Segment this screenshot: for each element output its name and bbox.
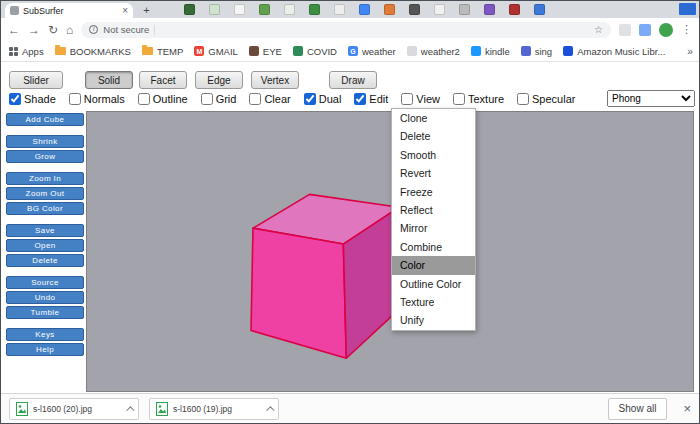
- mini-tab[interactable]: [509, 4, 520, 15]
- checkbox-specular[interactable]: Specular: [517, 93, 575, 105]
- mini-tab[interactable]: [234, 4, 245, 15]
- shade-checkbox[interactable]: [9, 93, 21, 105]
- texture-checkbox[interactable]: [453, 93, 465, 105]
- shrink-button[interactable]: Shrink: [6, 135, 84, 148]
- save-button[interactable]: Save: [6, 224, 84, 237]
- open-button[interactable]: Open: [6, 239, 84, 252]
- keys-button[interactable]: Keys: [6, 328, 84, 341]
- forward-icon[interactable]: →: [28, 24, 40, 36]
- menu-item-combine[interactable]: Combine: [392, 238, 475, 256]
- downloads-close-icon[interactable]: ×: [683, 401, 691, 416]
- browser-menu-icon[interactable]: ⋮: [681, 23, 692, 36]
- zoom-in-button[interactable]: Zoom In: [6, 172, 84, 185]
- delete-button[interactable]: Delete: [6, 254, 84, 267]
- checkbox-shade[interactable]: Shade: [9, 93, 56, 105]
- menu-item-reflect[interactable]: Reflect: [392, 201, 475, 219]
- help-button[interactable]: Help: [6, 343, 84, 356]
- solid-button[interactable]: Solid: [85, 71, 133, 89]
- checkbox-view[interactable]: View: [401, 93, 440, 105]
- bookmark-item[interactable]: kindle: [471, 46, 510, 57]
- zoom-out-button[interactable]: Zoom Out: [6, 187, 84, 200]
- grid-checkbox[interactable]: [201, 93, 213, 105]
- undo-button[interactable]: Undo: [6, 291, 84, 304]
- clear-checkbox[interactable]: [249, 93, 261, 105]
- outline-checkbox[interactable]: [138, 93, 150, 105]
- menu-item-mirror[interactable]: Mirror: [392, 219, 475, 237]
- download-item[interactable]: s-l1600 (19).jpg: [149, 398, 279, 420]
- download-caret-icon[interactable]: [266, 406, 274, 414]
- home-icon[interactable]: ⌂: [66, 24, 73, 36]
- menu-item-clone[interactable]: Clone: [392, 109, 475, 127]
- mini-tab[interactable]: [359, 4, 370, 15]
- checkbox-grid[interactable]: Grid: [201, 93, 237, 105]
- edit-checkbox[interactable]: [354, 93, 366, 105]
- tumble-button[interactable]: Tumble: [6, 306, 84, 319]
- bookmark-folder[interactable]: TEMP: [142, 46, 183, 57]
- normals-checkbox[interactable]: [69, 93, 81, 105]
- extension-icon[interactable]: [619, 24, 631, 36]
- slider-button[interactable]: Slider: [9, 71, 63, 89]
- pink-cube[interactable]: [251, 194, 400, 358]
- download-item[interactable]: s-l1600 (20).jpg: [9, 398, 139, 420]
- vertex-button[interactable]: Vertex: [251, 71, 299, 89]
- bookmark-item[interactable]: sing: [521, 46, 552, 57]
- bookmark-item[interactable]: EYE: [249, 46, 282, 57]
- mini-tab[interactable]: [459, 4, 470, 15]
- mini-tab[interactable]: [334, 4, 345, 15]
- tab-subsurfer[interactable]: SubSurfer ×: [5, 3, 133, 18]
- mini-tab[interactable]: [384, 4, 395, 15]
- facet-button[interactable]: Facet: [139, 71, 187, 89]
- edge-button[interactable]: Edge: [195, 71, 243, 89]
- bookmark-item[interactable]: G weather: [348, 46, 396, 57]
- add-cube-button[interactable]: Add Cube: [6, 113, 84, 126]
- reload-icon[interactable]: ↻: [48, 24, 58, 36]
- grow-button[interactable]: Grow: [6, 150, 84, 163]
- download-caret-icon[interactable]: [126, 406, 134, 414]
- mini-tab[interactable]: [484, 4, 495, 15]
- bg-color-button[interactable]: BG Color: [6, 202, 84, 215]
- checkbox-dual[interactable]: Dual: [304, 93, 342, 105]
- checkbox-edit[interactable]: Edit: [354, 93, 388, 105]
- bookmark-item[interactable]: M GMAIL: [194, 46, 238, 57]
- mini-tab[interactable]: [184, 4, 195, 15]
- mini-tab[interactable]: [309, 4, 320, 15]
- draw-button[interactable]: Draw: [329, 71, 377, 89]
- checkbox-outline[interactable]: Outline: [138, 93, 188, 105]
- profile-avatar[interactable]: [659, 23, 673, 37]
- cube-front-face[interactable]: [251, 228, 346, 358]
- menu-item-revert[interactable]: Revert: [392, 164, 475, 182]
- menu-item-color[interactable]: Color: [392, 256, 475, 274]
- checkbox-clear[interactable]: Clear: [249, 93, 290, 105]
- info-icon[interactable]: i: [89, 25, 98, 34]
- back-icon[interactable]: ←: [8, 24, 20, 36]
- mini-tab[interactable]: [209, 4, 220, 15]
- corner-tab[interactable]: [679, 3, 696, 15]
- mini-tab[interactable]: [434, 4, 445, 15]
- bookmark-item[interactable]: Amazon Music Libr...: [563, 46, 665, 57]
- specular-checkbox[interactable]: [517, 93, 529, 105]
- bookmark-item[interactable]: COVID: [293, 46, 337, 57]
- dual-checkbox[interactable]: [304, 93, 316, 105]
- bookmark-folder[interactable]: BOOKMARKS: [55, 46, 131, 57]
- bookmark-apps[interactable]: Apps: [9, 46, 44, 57]
- show-all-button[interactable]: Show all: [608, 398, 668, 420]
- bookmark-star-icon[interactable]: ☆: [594, 24, 603, 35]
- bookmark-item[interactable]: weather2: [407, 46, 460, 57]
- mini-tab[interactable]: [284, 4, 295, 15]
- checkbox-texture[interactable]: Texture: [453, 93, 504, 105]
- bookmarks-overflow-icon[interactable]: »: [687, 46, 693, 57]
- source-button[interactable]: Source: [6, 276, 84, 289]
- mini-tab[interactable]: [409, 4, 420, 15]
- menu-item-outline-color[interactable]: Outline Color: [392, 275, 475, 293]
- new-tab-button[interactable]: +: [140, 3, 153, 16]
- checkbox-normals[interactable]: Normals: [69, 93, 125, 105]
- extension-icon[interactable]: [639, 24, 651, 36]
- shading-select[interactable]: Phong: [607, 90, 695, 107]
- menu-item-texture[interactable]: Texture: [392, 293, 475, 311]
- tab-close-icon[interactable]: ×: [122, 6, 128, 16]
- mini-tab[interactable]: [534, 4, 545, 15]
- menu-item-smooth[interactable]: Smooth: [392, 146, 475, 164]
- view-checkbox[interactable]: [401, 93, 413, 105]
- omnibox[interactable]: i Not secure ☆: [81, 22, 611, 38]
- menu-item-delete[interactable]: Delete: [392, 127, 475, 145]
